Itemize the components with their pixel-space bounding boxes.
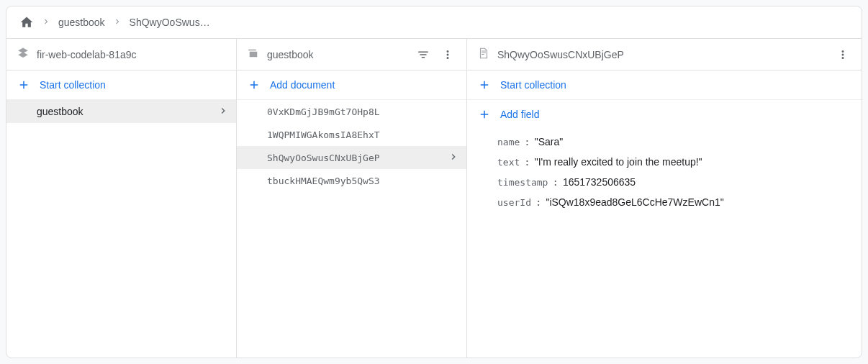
field-value: "Sara" [535, 136, 564, 147]
chevron-right-icon [41, 17, 51, 29]
add-document-button[interactable]: Add document [237, 70, 466, 100]
home-icon[interactable] [19, 15, 34, 29]
document-item-label: 0VxKDmGjJB9mGt7OHp8L [267, 106, 380, 117]
columns: fir-web-codelab-81a9c Start collection g… [6, 39, 862, 358]
start-collection-button[interactable]: Start collection [6, 70, 236, 100]
field-key: timestamp [497, 177, 548, 188]
add-field-button[interactable]: Add field [467, 100, 862, 129]
add-document-label: Add document [270, 79, 335, 91]
field-value: "I'm really excited to join the meetup!" [535, 156, 702, 168]
doc-start-collection-button[interactable]: Start collection [467, 70, 862, 100]
root-collections-list: guestbook [6, 100, 236, 358]
plus-icon [247, 78, 261, 92]
field-row[interactable]: text: "I'm really excited to join the me… [467, 152, 862, 172]
document-item-label: 1WQPMIWGAkomsIA8EhxT [267, 129, 380, 140]
field-value: 1651732506635 [563, 176, 636, 188]
breadcrumb: guestbook ShQwyOoSwus… [6, 6, 862, 39]
document-item[interactable]: ShQwyOoSwusCNxUBjGeP [237, 146, 466, 169]
column-root: fir-web-codelab-81a9c Start collection g… [6, 39, 237, 358]
field-key: name [497, 137, 520, 147]
more-vert-icon[interactable] [834, 46, 851, 63]
field-value: "iSQw18x9ead8GeL6CcHe7WzEwCn1" [546, 196, 723, 208]
field-row[interactable]: userId: "iSQw18x9ead8GeL6CcHe7WzEwCn1" [467, 192, 862, 212]
field-key: text [497, 157, 520, 168]
start-collection-label: Start collection [40, 79, 106, 91]
chevron-right-icon [217, 105, 229, 119]
plus-icon [477, 78, 492, 92]
document-item[interactable]: tbuckHMAEQwm9yb5QwS3 [237, 169, 466, 192]
document-title: ShQwyOoSwusCNxUBjGeP [497, 49, 827, 60]
column-collection-header: guestbook [237, 39, 466, 70]
database-icon [17, 47, 30, 62]
field-key: userId [497, 197, 531, 208]
plus-icon [17, 78, 31, 92]
column-collection: guestbook Add document 0VxKDmGjJB9mGt7OH… [237, 39, 467, 358]
document-item-label: tbuckHMAEQwm9yb5QwS3 [267, 176, 380, 186]
plus-icon [477, 107, 492, 122]
documents-list: 0VxKDmGjJB9mGt7OHp8L 1WQPMIWGAkomsIA8Ehx… [237, 100, 466, 358]
document-icon [477, 47, 490, 62]
root-title: fir-web-codelab-81a9c [37, 49, 226, 60]
breadcrumb-item-document[interactable]: ShQwyOoSwus… [130, 17, 210, 28]
chevron-right-icon [448, 151, 459, 165]
more-vert-icon[interactable] [439, 46, 456, 63]
collection-item-label: guestbook [37, 106, 83, 117]
document-item-label: ShQwyOoSwusCNxUBjGeP [267, 153, 380, 163]
breadcrumb-item-collection[interactable]: guestbook [58, 17, 105, 28]
column-root-header: fir-web-codelab-81a9c [6, 39, 236, 70]
fields-list: name: "Sara" text: "I'm really excited t… [467, 129, 862, 212]
doc-start-collection-label: Start collection [500, 79, 566, 91]
collection-item[interactable]: guestbook [6, 100, 236, 123]
firestore-panel: guestbook ShQwyOoSwus… fir-web-codelab-8… [6, 6, 862, 358]
column-document-header: ShQwyOoSwusCNxUBjGeP [467, 39, 862, 70]
document-item[interactable]: 0VxKDmGjJB9mGt7OHp8L [237, 100, 466, 123]
collection-title: guestbook [267, 49, 407, 60]
field-row[interactable]: timestamp: 1651732506635 [467, 172, 862, 192]
filter-icon[interactable] [415, 46, 432, 63]
column-document: ShQwyOoSwusCNxUBjGeP Start collection Ad… [467, 39, 862, 358]
collection-icon [247, 47, 260, 62]
chevron-right-icon [112, 17, 122, 29]
document-item[interactable]: 1WQPMIWGAkomsIA8EhxT [237, 123, 466, 146]
field-row[interactable]: name: "Sara" [467, 132, 862, 152]
add-field-label: Add field [500, 109, 539, 120]
